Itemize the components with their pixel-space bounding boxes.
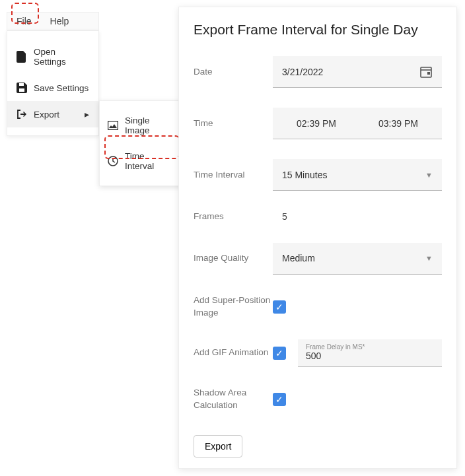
frame-delay-label: Frame Delay in MS* (306, 343, 434, 351)
time-end: 03:39 PM (364, 118, 433, 129)
open-settings-item[interactable]: Open Settings (7, 39, 98, 75)
menubar: File Help (7, 12, 99, 30)
svg-rect-2 (108, 121, 118, 130)
svg-rect-0 (19, 88, 24, 92)
date-label: Date (194, 66, 273, 79)
export-icon (17, 109, 27, 119)
file-icon (17, 51, 27, 63)
quality-select[interactable]: Medium ▼ (273, 243, 442, 275)
super-position-label: Add Super-Position Image (194, 294, 273, 320)
interval-select[interactable]: 15 Minutes ▼ (273, 159, 442, 191)
save-settings-item[interactable]: Save Settings (7, 75, 98, 101)
date-input[interactable]: 3/21/2022 (273, 56, 442, 88)
gif-checkbox[interactable]: ✓ (273, 347, 286, 360)
save-icon (17, 83, 27, 93)
export-label: Export (34, 110, 59, 119)
frame-delay-input[interactable]: Frame Delay in MS* 500 (298, 339, 442, 367)
gif-label: Add GIF Animation (194, 347, 273, 359)
svg-rect-6 (427, 72, 430, 75)
save-settings-label: Save Settings (34, 83, 89, 93)
interval-value: 15 Minutes (282, 170, 327, 180)
shadow-label: Shadow Area Calculation (194, 387, 273, 412)
time-start: 02:39 PM (282, 118, 351, 129)
single-image-label: Single Image (125, 116, 175, 135)
time-interval-label: Time Interval (125, 151, 175, 171)
single-image-item[interactable]: Single Image (100, 108, 183, 143)
image-icon (108, 121, 118, 130)
time-label: Time (194, 118, 273, 130)
calendar-icon[interactable] (419, 65, 433, 79)
dropdown-arrow-icon: ▼ (425, 171, 433, 179)
dropdown-arrow-icon: ▼ (425, 254, 433, 262)
open-settings-label: Open Settings (34, 47, 89, 67)
chevron-right-icon: ▸ (85, 109, 89, 119)
shadow-checkbox[interactable]: ✓ (273, 393, 286, 406)
export-item[interactable]: Export ▸ (7, 101, 98, 127)
menu-file[interactable]: File (7, 12, 41, 30)
clock-icon (108, 156, 118, 166)
export-submenu: Single Image Time Interval (99, 100, 184, 186)
interval-label: Time Interval (194, 169, 273, 182)
quality-value: Medium (282, 253, 315, 263)
date-value: 3/21/2022 (282, 67, 323, 77)
frame-delay-value: 500 (306, 351, 434, 361)
frames-value: 5 (273, 211, 287, 222)
quality-label: Image Quality (194, 252, 273, 265)
time-range-input[interactable]: 02:39 PM 03:39 PM (273, 108, 442, 139)
dialog-title: Export Frame Interval for Single Day (194, 22, 442, 38)
svg-rect-1 (19, 83, 24, 86)
menu-help[interactable]: Help (41, 12, 79, 30)
export-button[interactable]: Export (194, 435, 242, 458)
export-dialog: Export Frame Interval for Single Day Dat… (178, 7, 457, 469)
frames-label: Frames (194, 211, 273, 223)
time-interval-item[interactable]: Time Interval (100, 143, 183, 179)
super-position-checkbox[interactable]: ✓ (273, 300, 286, 314)
file-dropdown: Open Settings Save Settings Export ▸ (7, 30, 99, 136)
